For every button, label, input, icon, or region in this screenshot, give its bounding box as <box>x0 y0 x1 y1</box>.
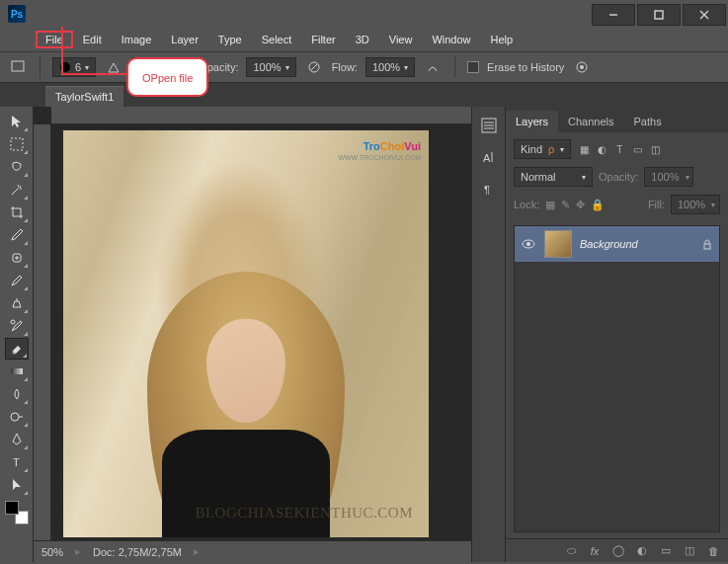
pen-tool[interactable] <box>5 429 29 450</box>
filter-type-icon[interactable]: T <box>612 142 626 156</box>
svg-point-11 <box>11 320 15 324</box>
menu-layer[interactable]: Layer <box>161 31 208 48</box>
lock-position-icon[interactable]: ✥ <box>576 199 585 211</box>
visibility-toggle[interactable] <box>521 236 536 252</box>
clone-stamp-tool[interactable] <box>5 292 29 314</box>
menu-image[interactable]: Image <box>112 31 162 48</box>
blur-tool[interactable] <box>5 383 29 405</box>
main-area: T TroChoiVui WWW.TROCHOIVUI.COM BLOGCHIA… <box>0 107 728 562</box>
foreground-color[interactable] <box>5 501 19 515</box>
flow-value: 100% <box>372 61 400 73</box>
layer-filter-kind[interactable]: Kind ρ ▾ <box>514 139 571 159</box>
erase-history-checkbox[interactable] <box>467 61 479 73</box>
layer-style-icon[interactable]: fx <box>586 542 604 560</box>
separator <box>454 56 455 78</box>
link-layers-icon[interactable]: ⬭ <box>562 542 580 560</box>
tab-channels[interactable]: Channels <box>558 111 623 132</box>
blend-mode-picker[interactable]: Normal ▾ <box>514 167 593 187</box>
document-tab-bar: TaylorSwift1 <box>0 83 728 107</box>
tool-preset-picker[interactable] <box>8 57 28 77</box>
document-canvas[interactable]: TroChoiVui WWW.TROCHOIVUI.COM BLOGCHIASE… <box>63 130 429 537</box>
doc-info[interactable]: Doc: 2,75M/2,75M <box>93 546 182 558</box>
annotation-line <box>61 73 126 75</box>
tools-panel: T <box>0 107 34 562</box>
opacity-picker[interactable]: 100% ▾ <box>246 57 295 77</box>
svg-rect-9 <box>11 138 23 150</box>
tab-paths[interactable]: Paths <box>624 111 672 132</box>
menu-filter[interactable]: Filter <box>301 31 345 48</box>
options-bar: 6 ▾ ▾ Opacity: 100% ▾ Flow: 100% ▾ Erase… <box>0 51 728 83</box>
adjustment-layer-icon[interactable]: ◐ <box>633 542 651 560</box>
eraser-tool[interactable] <box>5 338 29 360</box>
chevron-right-icon[interactable]: ▸ <box>194 545 200 558</box>
maximize-button[interactable] <box>637 4 681 26</box>
canvas-area: TroChoiVui WWW.TROCHOIVUI.COM BLOGCHIASE… <box>34 107 471 562</box>
svg-rect-12 <box>11 368 23 374</box>
tab-layers[interactable]: Layers <box>506 111 558 132</box>
fill-picker[interactable]: 100% ▾ <box>671 195 720 214</box>
menu-edit[interactable]: Edit <box>73 31 112 48</box>
menu-bar: File Edit Image Layer Type Select Filter… <box>0 28 728 51</box>
annotation-line <box>61 27 63 73</box>
close-button[interactable] <box>683 4 726 26</box>
group-icon[interactable]: ▭ <box>657 542 675 560</box>
history-panel-icon[interactable] <box>478 115 500 136</box>
menu-3d[interactable]: 3D <box>346 31 379 48</box>
crop-tool[interactable] <box>5 201 29 223</box>
marquee-tool[interactable] <box>5 133 29 155</box>
filter-pixel-icon[interactable]: ▦ <box>577 142 591 156</box>
document-tab[interactable]: TaylorSwift1 <box>45 86 123 107</box>
annotation-text: OPpen file <box>142 72 193 84</box>
pressure-size-button[interactable] <box>572 57 592 77</box>
layer-row[interactable]: Background <box>515 226 719 262</box>
horizontal-ruler[interactable] <box>51 107 471 124</box>
lock-transparency-icon[interactable]: ▦ <box>545 199 555 211</box>
svg-rect-1 <box>655 11 663 19</box>
flow-picker[interactable]: 100% ▾ <box>365 57 415 77</box>
new-layer-icon[interactable]: ◫ <box>681 542 698 560</box>
minimize-button[interactable] <box>592 4 635 26</box>
menu-help[interactable]: Help <box>481 31 524 48</box>
layer-opacity-picker[interactable]: 100% ▾ <box>644 167 693 187</box>
magic-wand-tool[interactable] <box>5 179 29 201</box>
color-swatches[interactable] <box>5 501 29 524</box>
menu-select[interactable]: Select <box>252 31 302 48</box>
layer-mask-icon[interactable]: ◯ <box>609 542 627 560</box>
chevron-down-icon: ▾ <box>711 201 715 209</box>
chevron-down-icon: ▾ <box>404 63 408 72</box>
menu-file[interactable]: File <box>36 31 73 48</box>
healing-brush-tool[interactable] <box>5 247 29 269</box>
gradient-tool[interactable] <box>5 361 29 382</box>
layer-name[interactable]: Background <box>580 238 693 250</box>
pressure-opacity-button[interactable] <box>304 57 324 77</box>
window-controls <box>592 2 728 26</box>
lasso-tool[interactable] <box>5 156 29 178</box>
layer-thumbnail[interactable] <box>544 230 572 258</box>
filter-smart-icon[interactable]: ◫ <box>648 142 662 156</box>
dodge-tool[interactable] <box>5 406 29 428</box>
brush-tool[interactable] <box>5 270 29 291</box>
filter-shape-icon[interactable]: ▭ <box>630 142 644 156</box>
lock-all-icon[interactable]: 🔒 <box>591 199 605 211</box>
menu-type[interactable]: Type <box>208 31 252 48</box>
airbrush-button[interactable] <box>423 57 443 77</box>
menu-view[interactable]: View <box>379 31 423 48</box>
filter-adjustment-icon[interactable]: ◐ <box>595 142 608 156</box>
watermark-blog: BLOGCHIASEKIENTHUC.COM <box>195 505 413 522</box>
svg-text:¶: ¶ <box>484 184 490 196</box>
canvas-viewport[interactable]: TroChoiVui WWW.TROCHOIVUI.COM BLOGCHIASE… <box>51 124 471 540</box>
svg-point-8 <box>580 65 584 69</box>
eyedropper-tool[interactable] <box>5 224 29 246</box>
history-brush-tool[interactable] <box>5 315 29 337</box>
type-tool[interactable]: T <box>5 451 29 473</box>
character-panel-icon[interactable]: A <box>478 146 500 168</box>
path-selection-tool[interactable] <box>5 474 29 496</box>
menu-window[interactable]: Window <box>422 31 480 48</box>
paragraph-panel-icon[interactable]: ¶ <box>478 178 500 200</box>
vertical-ruler[interactable] <box>34 124 51 540</box>
chevron-down-icon: ▾ <box>85 63 89 72</box>
move-tool[interactable] <box>5 111 29 132</box>
zoom-level[interactable]: 50% <box>41 546 63 558</box>
delete-layer-icon[interactable]: 🗑 <box>704 542 722 560</box>
lock-pixels-icon[interactable]: ✎ <box>561 199 570 211</box>
